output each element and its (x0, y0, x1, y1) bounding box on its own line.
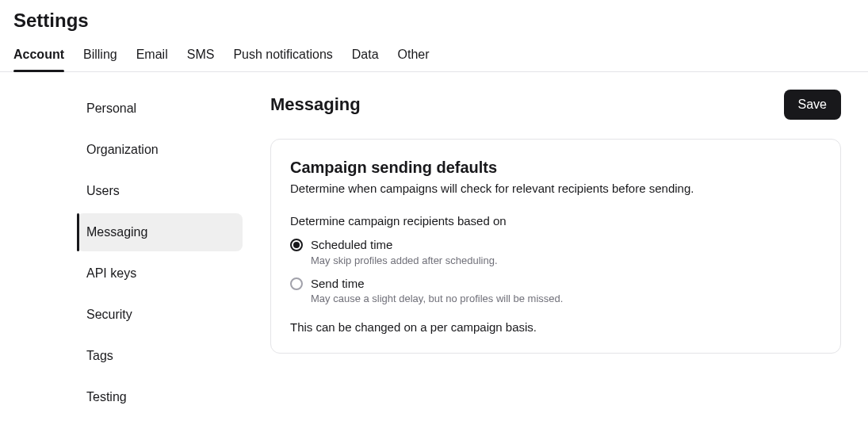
radio-group: Scheduled time May skip profiles added a… (290, 237, 821, 304)
sidebar-item-tags[interactable]: Tags (77, 337, 243, 375)
card-description: Determine when campaigns will check for … (290, 182, 821, 195)
radio-icon (290, 277, 303, 290)
radio-option-send-time[interactable]: Send time May cause a slight delay, but … (290, 276, 821, 305)
page-title: Settings (0, 0, 868, 38)
card-title: Campaign sending defaults (290, 159, 821, 177)
radio-option-scheduled-time[interactable]: Scheduled time May skip profiles added a… (290, 237, 821, 266)
tab-email[interactable]: Email (136, 38, 168, 71)
main-panel: Messaging Save Campaign sending defaults… (243, 90, 868, 419)
sidebar: Personal Organization Users Messaging AP… (0, 90, 243, 419)
sidebar-item-security[interactable]: Security (77, 296, 243, 334)
tab-billing[interactable]: Billing (83, 38, 117, 71)
sidebar-item-users[interactable]: Users (77, 172, 243, 210)
tab-push-notifications[interactable]: Push notifications (233, 38, 332, 71)
sidebar-item-personal[interactable]: Personal (77, 90, 243, 128)
radio-icon (290, 239, 303, 251)
radio-sublabel: May cause a slight delay, but no profile… (311, 293, 821, 304)
tab-account[interactable]: Account (13, 38, 64, 71)
radio-label: Send time (311, 276, 821, 292)
field-label: Determine campaign recipients based on (290, 214, 821, 228)
save-button[interactable]: Save (784, 90, 841, 120)
sidebar-item-api-keys[interactable]: API keys (77, 254, 243, 293)
card-footnote: This can be changed on a per campaign ba… (290, 320, 821, 334)
main-title: Messaging (270, 94, 361, 115)
sidebar-item-testing[interactable]: Testing (77, 378, 243, 416)
tabs-row: Account Billing Email SMS Push notificat… (0, 38, 868, 72)
radio-sublabel: May skip profiles added after scheduling… (311, 254, 821, 266)
tab-other[interactable]: Other (398, 38, 430, 71)
sidebar-item-organization[interactable]: Organization (77, 131, 243, 169)
campaign-defaults-card: Campaign sending defaults Determine when… (270, 139, 841, 354)
tab-sms[interactable]: SMS (187, 38, 215, 71)
tab-data[interactable]: Data (352, 38, 379, 71)
sidebar-item-messaging[interactable]: Messaging (77, 213, 243, 251)
radio-label: Scheduled time (311, 237, 821, 253)
